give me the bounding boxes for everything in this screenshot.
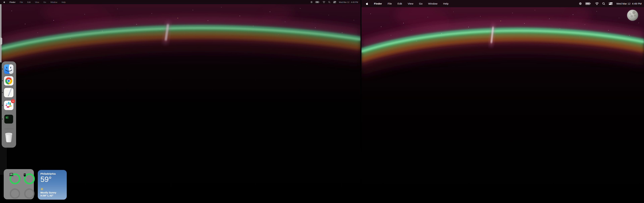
menu-bar-right: Finder File Edit View Go Window Help xyxy=(362,0,644,7)
battery-ring-laptop xyxy=(9,173,21,185)
app-menu-finder[interactable]: Finder xyxy=(10,1,16,3)
apple-menu[interactable] xyxy=(366,2,368,5)
menu-go[interactable]: Go xyxy=(44,1,46,3)
menu-edit[interactable]: Edit xyxy=(27,1,31,3)
dock-item-chrome[interactable] xyxy=(4,76,14,86)
weather-temperature: 59° xyxy=(40,176,64,183)
dock-separator xyxy=(4,129,14,129)
offscreen-window-edge[interactable] xyxy=(0,4,2,62)
battery-widget[interactable] xyxy=(4,169,34,199)
laptop-icon xyxy=(9,173,21,185)
sunburst-icon[interactable] xyxy=(310,1,312,3)
menu-view[interactable]: View xyxy=(408,2,413,5)
sunburst-icon[interactable] xyxy=(579,2,582,5)
moon-image xyxy=(627,10,638,21)
battery-charging-icon[interactable] xyxy=(585,2,591,5)
slack-notification-badge xyxy=(11,99,15,103)
chrome-icon xyxy=(4,76,14,86)
weather-city: Philadelphia xyxy=(40,172,64,175)
menu-bar-clock[interactable]: Wed Mar 12 4:49 PM xyxy=(339,1,358,3)
battery-ring-mouse xyxy=(24,173,35,185)
dock-item-terminal[interactable]: $ xyxy=(4,114,14,124)
running-indicator-notes xyxy=(2,92,3,93)
menu-window[interactable]: Window xyxy=(50,1,57,3)
menu-file[interactable]: File xyxy=(388,2,392,5)
app-menu-finder[interactable]: Finder xyxy=(374,2,382,5)
screen-right: Finder File Edit View Go Window Help xyxy=(362,0,644,203)
spotlight-search-icon[interactable] xyxy=(602,2,605,5)
running-indicator-slack xyxy=(2,105,3,106)
dock-item-slack[interactable] xyxy=(4,101,14,110)
menu-help[interactable]: Help xyxy=(443,2,448,5)
menu-bar-clock[interactable]: Wed Mar 12 4:49 PM xyxy=(616,2,642,5)
battery-ring-empty xyxy=(9,188,21,200)
menu-go[interactable]: Go xyxy=(419,2,422,5)
aurora-wallpaper xyxy=(362,7,644,203)
running-indicator-terminal xyxy=(2,118,3,120)
desktop: Finder File Edit View Go Window Help xyxy=(0,0,644,203)
mouse-icon xyxy=(24,173,35,185)
date-label: Wed Mar 12 xyxy=(339,1,349,3)
control-center-icon[interactable] xyxy=(333,1,336,3)
battery-ring-empty xyxy=(24,188,35,200)
weather-widget[interactable]: Philadelphia 59° Mostly Sunny H:59° L:42… xyxy=(38,170,67,200)
date-label: Wed Mar 12 xyxy=(616,2,630,5)
weather-high-low: H:59° L:42° xyxy=(40,194,64,197)
weather-condition: Mostly Sunny xyxy=(40,191,64,194)
running-indicator-finder xyxy=(2,68,3,70)
wifi-icon[interactable] xyxy=(322,1,325,3)
menu-window[interactable]: Window xyxy=(428,2,438,5)
battery-charging-icon[interactable] xyxy=(315,1,320,3)
dock-item-finder[interactable] xyxy=(4,64,14,74)
time-label: 4:49 PM xyxy=(351,1,358,3)
menu-help[interactable]: Help xyxy=(62,1,66,3)
dock-item-notes[interactable] xyxy=(4,88,14,97)
screen-left: Finder File Edit View Go Window Help xyxy=(0,0,360,203)
sun-icon xyxy=(40,188,64,190)
control-center-icon[interactable] xyxy=(608,2,613,5)
dock-item-trash[interactable] xyxy=(4,132,14,142)
menu-edit[interactable]: Edit xyxy=(398,2,402,5)
wifi-icon[interactable] xyxy=(595,2,599,5)
time-label: 4:49 PM xyxy=(632,2,642,5)
menu-file[interactable]: File xyxy=(20,1,23,3)
offscreen-window-edge-handle[interactable] xyxy=(0,38,2,45)
menu-view[interactable]: View xyxy=(35,1,39,3)
svg-text:$: $ xyxy=(6,116,7,119)
spotlight-search-icon[interactable] xyxy=(328,1,330,3)
apple-menu[interactable] xyxy=(3,1,5,3)
menu-bar-left: Finder File Edit View Go Window Help xyxy=(0,0,360,4)
running-indicator-chrome xyxy=(2,80,3,81)
